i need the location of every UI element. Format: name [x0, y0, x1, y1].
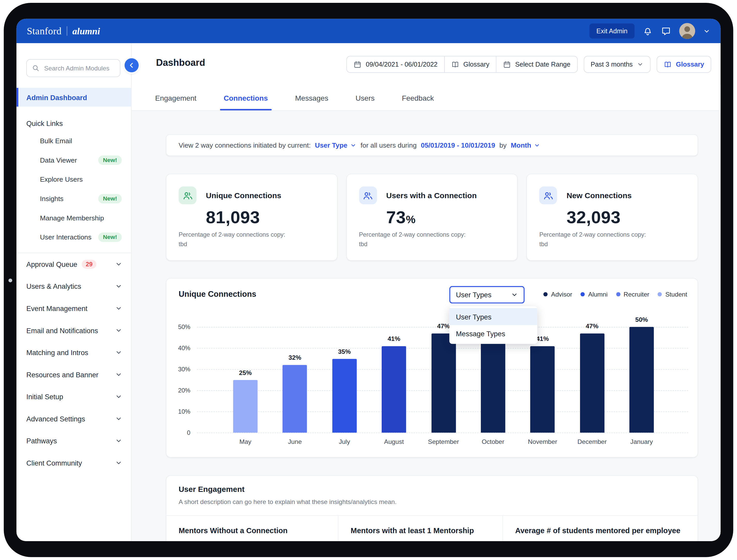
tab-feedback[interactable]: Feedback: [402, 94, 434, 110]
chat-icon[interactable]: [661, 26, 671, 36]
period-dropdown[interactable]: Past 3 months: [584, 56, 651, 73]
metric-value: 75/100: [351, 540, 396, 541]
bar[interactable]: [531, 346, 555, 433]
exit-admin-button[interactable]: Exit Admin: [589, 23, 635, 38]
bar[interactable]: [233, 380, 258, 433]
select-date-range-button[interactable]: Select Date Range: [496, 56, 577, 72]
metric-mentors-without-connection: Mentors Without a Connection 25/100 ▲4%: [166, 516, 338, 541]
sidebar-item-label: Event Management: [26, 304, 88, 312]
bell-icon[interactable]: [643, 26, 653, 36]
brand-logo: Stanford alumni: [27, 25, 100, 37]
legend-dot: [581, 292, 585, 296]
date-range-label: 09/04/2021 - 06/01/2022: [366, 61, 438, 68]
granularity-label: Month: [511, 141, 531, 149]
stat-title: New Connections: [567, 191, 632, 200]
legend-item-advisor: Advisor: [544, 291, 572, 298]
bar-value-label: 35%: [323, 348, 365, 355]
device-camera-dot: [9, 278, 12, 282]
legend-dot: [616, 292, 620, 296]
sidebar-item-advanced-settings[interactable]: Advanced Settings: [17, 408, 131, 430]
sidebar-item-users-analytics[interactable]: Users & Analytics: [17, 275, 131, 298]
stat-value-suffix: %: [406, 213, 416, 225]
glossary-button-primary[interactable]: Glossary: [657, 56, 711, 73]
sidebar-item-label: Insights: [40, 195, 63, 202]
gridline: [197, 433, 688, 433]
avatar[interactable]: [679, 23, 695, 39]
filter-middle: for all users during: [360, 141, 417, 149]
sidebar-item-data-viewer[interactable]: Data Viewer New!: [17, 150, 131, 170]
chevron-down-icon: [511, 291, 518, 298]
sidebar-item-matching-intros[interactable]: Matching and Intros: [17, 341, 131, 364]
sidebar-item-label: Email and Notifications: [26, 326, 98, 334]
tab-connections[interactable]: Connections: [224, 94, 268, 110]
stat-value: 32,093: [567, 208, 685, 227]
sidebar-item-label: Client Community: [26, 459, 82, 467]
main-area: Dashboard 09/04/2021 - 06/01/2022 Glossa…: [132, 43, 721, 541]
book-icon: [664, 60, 672, 68]
chart-type-select[interactable]: User Types: [449, 286, 525, 303]
tab-users[interactable]: Users: [355, 94, 375, 110]
bar[interactable]: [431, 333, 456, 433]
sidebar-item-client-community[interactable]: Client Community: [17, 452, 131, 474]
sidebar-item-approval-queue[interactable]: Approval Queue 29: [17, 253, 131, 275]
bar[interactable]: [629, 327, 654, 433]
brand-name: Stanford: [27, 25, 62, 37]
bar-value-label: 32%: [274, 354, 316, 361]
metric-label: Average # of students mentored per emplo…: [515, 525, 685, 536]
topbar-actions: Exit Admin: [589, 23, 710, 39]
sidebar-item-label: Manage Membership: [40, 214, 104, 221]
sidebar-item-bulk-email[interactable]: Bulk Email: [17, 131, 131, 150]
chevron-down-icon[interactable]: [703, 27, 710, 34]
bar-value-label: 25%: [224, 369, 266, 376]
stage: Stanford alumni Exit Admin: [0, 0, 737, 560]
chart-legend: Advisor Alumni Recruiter Student: [544, 291, 687, 298]
stat-copy: Percentage of 2-way connections copy: tb…: [179, 230, 285, 249]
chart-type-select-value: User Types: [456, 291, 492, 299]
x-axis-label: October: [472, 438, 514, 445]
chevron-down-icon: [115, 371, 122, 378]
bar[interactable]: [332, 359, 356, 433]
bar[interactable]: [382, 346, 406, 433]
filter-date-range[interactable]: 05/01/2019 - 10/01/2019: [421, 141, 495, 149]
people-icon: [179, 187, 196, 204]
menu-item-user-types[interactable]: User Types: [449, 308, 537, 325]
sidebar-item-resources-banner[interactable]: Resources and Banner: [17, 364, 131, 386]
date-range-button[interactable]: 09/04/2021 - 06/01/2022: [347, 56, 444, 72]
brand-divider: [67, 26, 67, 36]
sidebar-item-user-interactions[interactable]: User Interactions New!: [17, 227, 131, 247]
y-axis-tick: 0: [170, 429, 190, 436]
sidebar-item-email-notifications[interactable]: Email and Notifications: [17, 319, 131, 342]
sidebar-item-manage-membership[interactable]: Manage Membership: [17, 208, 131, 227]
count-badge: 29: [82, 260, 96, 269]
sidebar-item-pathways[interactable]: Pathways: [17, 430, 131, 452]
metric-average-students-mentored: Average # of students mentored per emplo…: [503, 516, 698, 541]
sidebar-item-initial-setup[interactable]: Initial Setup: [17, 386, 131, 408]
tab-messages[interactable]: Messages: [295, 94, 328, 110]
admin-search[interactable]: [26, 59, 120, 77]
bar[interactable]: [283, 365, 307, 433]
metric-value: 25/100: [179, 540, 223, 541]
sidebar-item-admin-dashboard[interactable]: Admin Dashboard: [17, 88, 131, 107]
bar[interactable]: [481, 340, 505, 433]
tab-bar: Engagement Connections Messages Users Fe…: [132, 85, 721, 111]
x-axis-label: June: [274, 438, 316, 445]
glossary-button[interactable]: Glossary: [444, 56, 496, 72]
sidebar-item-label: Advanced Settings: [26, 415, 85, 423]
search-input[interactable]: [43, 64, 115, 72]
tab-engagement[interactable]: Engagement: [155, 94, 196, 110]
menu-item-message-types[interactable]: Message Types: [449, 325, 537, 342]
user-type-dropdown[interactable]: User Type: [315, 141, 356, 149]
chevron-down-icon: [350, 142, 356, 148]
stat-cards-row: Unique Connections 81,093 Percentage of …: [166, 174, 698, 261]
sidebar-item-event-management[interactable]: Event Management: [17, 297, 131, 319]
chevron-down-icon: [115, 261, 122, 268]
page-title: Dashboard: [156, 57, 205, 68]
new-badge: New!: [98, 194, 122, 203]
engagement-metrics-row: Mentors Without a Connection 25/100 ▲4% …: [166, 515, 698, 541]
sidebar-item-insights[interactable]: Insights New!: [17, 189, 131, 208]
collapse-sidebar-button[interactable]: [124, 58, 139, 73]
granularity-dropdown[interactable]: Month: [511, 141, 540, 149]
bar[interactable]: [580, 333, 604, 433]
sidebar-item-explore-users[interactable]: Explore Users: [17, 170, 131, 189]
x-axis-label: May: [224, 438, 266, 445]
